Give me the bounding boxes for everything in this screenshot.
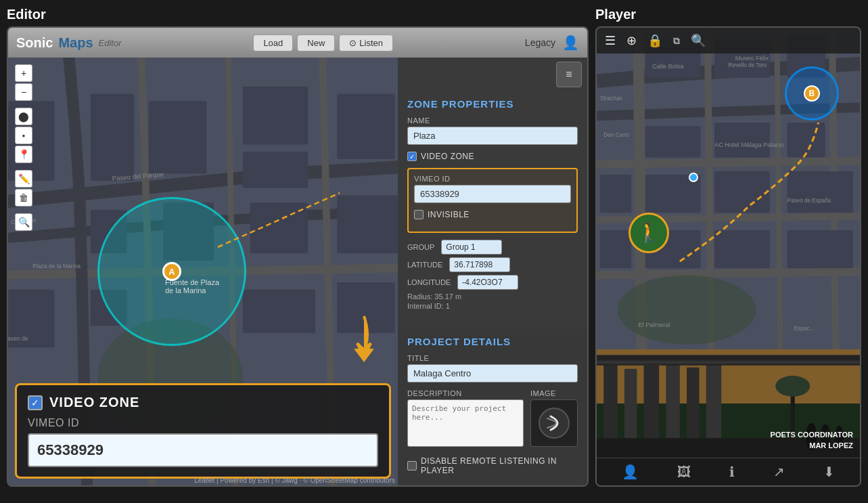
zoom-in-button[interactable]: + [15, 64, 32, 82]
zoom-out-button[interactable]: − [15, 83, 32, 101]
pin-button[interactable]: 📍 [15, 146, 32, 163]
svg-rect-34 [600, 230, 631, 268]
svg-rect-29 [787, 123, 825, 157]
svg-rect-1 [91, 94, 134, 181]
logo-editor: Editor [99, 38, 122, 48]
logo-sonic: Sonic [16, 35, 53, 51]
listen-button[interactable]: ⊙ Listen [339, 35, 393, 51]
zone-properties: Zone Properties Name ✓ Video Zone Vimeo … [398, 91, 587, 318]
lock-icon[interactable]: 🔒 [647, 33, 662, 48]
callout-vimeo-label: Vimeo id [28, 417, 378, 429]
editor-panel: Editor SonicMaps Editor Load New ⊙ Liste… [7, 7, 589, 487]
map-credit: Leaflet | Powered by Esri | © Jawg · © O… [194, 477, 395, 484]
map-area[interactable]: Paseo del Parque Calle San Plaza de la M… [8, 58, 398, 485]
player-map[interactable]: Calle Bolsa AC Hotel Málaga Palacio Pase… [597, 28, 860, 349]
app-header: SonicMaps Editor Load New ⊙ Listen Legac… [8, 28, 587, 58]
svg-text:AC Hotel Málaga Palacio: AC Hotel Málaga Palacio [714, 141, 783, 148]
group-label: Group [407, 243, 434, 251]
video-overlay-line2: MAR LOPEZ [771, 441, 853, 451]
player-bottom-bar: 👤 🖼 ℹ ↗ ⬇ [597, 458, 860, 485]
svg-rect-3 [243, 87, 308, 145]
longitude-input[interactable] [457, 275, 518, 290]
zoom-callout: ✓ Video Zone Vimeo id [15, 383, 391, 479]
invisible-checkbox[interactable] [414, 210, 424, 219]
zone-circle[interactable]: A Fuente de Plazade la Marina [97, 197, 246, 346]
location-icon[interactable]: ⊕ [626, 33, 637, 48]
svg-text:Paseo de: Paseo de [8, 335, 28, 342]
vimeo-id-label: Vimeo id [414, 175, 571, 183]
layers-icon[interactable]: ⧉ [673, 35, 680, 47]
menu-icon[interactable]: ☰ [605, 33, 616, 48]
delete-button[interactable]: 🗑 [15, 189, 32, 206]
svg-rect-58 [597, 361, 860, 364]
project-title-input[interactable] [407, 364, 578, 382]
bottom-image-icon[interactable]: 🖼 [677, 464, 691, 480]
video-zone-checkbox[interactable]: ✓ [407, 152, 417, 161]
svg-text:Paseo de España: Paseo de España [787, 198, 831, 204]
vimeo-highlight-section: Vimeo id Invisible [407, 168, 578, 233]
bottom-download-icon[interactable]: ⬇ [823, 464, 835, 480]
player-panel: Player [595, 7, 861, 487]
bottom-info-icon[interactable]: ℹ [729, 464, 735, 480]
svg-rect-13 [243, 290, 315, 333]
svg-text:Espac...: Espac... [794, 326, 815, 332]
search-icon[interactable]: 🔍 [691, 33, 706, 48]
name-label: Name [407, 116, 578, 125]
video-zone-label: Video Zone [421, 152, 474, 161]
listen-label: Listen [359, 38, 383, 48]
zone-properties-title: Zone Properties [407, 98, 578, 110]
dot-button[interactable]: ● [15, 127, 32, 144]
bottom-share-icon[interactable]: ↗ [773, 464, 785, 480]
image-button[interactable] [530, 399, 578, 447]
svg-rect-32 [714, 171, 770, 213]
svg-text:Strachan: Strachan [600, 95, 622, 102]
logo-maps: Maps [58, 35, 93, 51]
player-avatar: 🚶 [629, 213, 669, 253]
callout-video-zone-checkbox[interactable]: ✓ [28, 395, 43, 410]
description-label: Description [407, 389, 524, 397]
edit-button[interactable]: ✏️ [15, 170, 32, 188]
search-button[interactable]: 🔍 [15, 213, 32, 231]
svg-text:Museo Félix: Museo Félix [735, 55, 769, 62]
svg-marker-21 [354, 349, 374, 362]
invisible-label: Invisible [428, 210, 470, 219]
layers-button[interactable]: ≡ [556, 62, 582, 87]
svg-point-60 [775, 376, 810, 397]
disable-remote-checkbox[interactable] [407, 461, 417, 471]
desc-image-row: Description Image [407, 389, 578, 450]
sonic-icon [537, 406, 571, 440]
longitude-row: Longitude [407, 275, 578, 290]
player-zone-b: B [785, 66, 839, 121]
layer-button[interactable]: ⬤ [15, 108, 32, 125]
header-buttons: Load New ⊙ Listen [253, 35, 393, 51]
player-header-bar: ☰ ⊕ 🔒 ⧉ 🔍 [597, 28, 860, 53]
svg-rect-28 [714, 123, 770, 157]
svg-text:Calle Bolsa: Calle Bolsa [652, 63, 684, 70]
svg-point-38 [618, 275, 756, 344]
group-input[interactable] [441, 240, 502, 255]
svg-rect-37 [787, 230, 853, 268]
latitude-input[interactable] [449, 257, 510, 272]
svg-point-22 [539, 408, 569, 438]
callout-vimeo-input[interactable] [28, 433, 378, 467]
load-button[interactable]: Load [253, 35, 293, 51]
callout-video-zone-label: Video Zone [49, 395, 139, 410]
disable-remote-label: Disable remote listening in Player [421, 456, 578, 475]
player-video[interactable]: POETS COORDINATOR MAR LOPEZ [597, 349, 860, 458]
bottom-person-icon[interactable]: 👤 [622, 464, 639, 480]
description-area: Description [407, 389, 524, 450]
user-icon[interactable]: 👤 [562, 35, 579, 51]
listen-icon: ⊙ [349, 38, 357, 48]
longitude-label: Longitude [407, 278, 451, 286]
svg-rect-2 [149, 101, 207, 173]
description-textarea[interactable] [407, 399, 524, 447]
latitude-row: Latitude [407, 257, 578, 272]
vimeo-id-input[interactable] [414, 185, 571, 203]
editor-section-label: Editor [7, 7, 589, 22]
name-input[interactable] [407, 127, 578, 145]
group-row: Group [407, 240, 578, 255]
vimeo-field-group: Vimeo id [414, 175, 571, 203]
new-button[interactable]: New [297, 35, 335, 51]
legacy-label: Legacy [525, 37, 555, 48]
avatar-circle: 🚶 [629, 213, 669, 253]
